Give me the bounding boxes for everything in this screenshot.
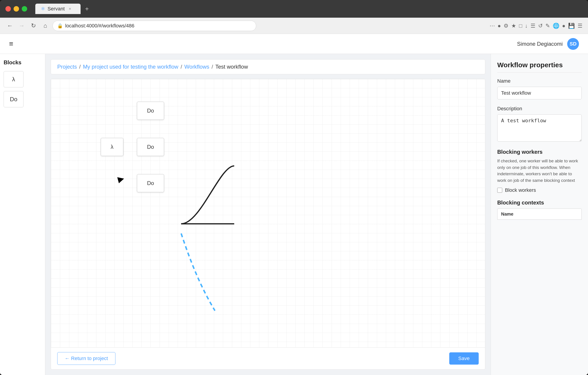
name-field-group: Name [497,78,582,99]
description-label: Description [497,106,582,112]
blocking-workers-desc: If checked, one worker will be able to w… [497,158,582,184]
app-header: ≡ Simone Degiacomi SD [0,34,588,54]
do-block[interactable]: Do [4,91,23,107]
workflow-canvas[interactable]: λ Do Do Do ▶ ← Return to project Save [51,79,485,370]
breadcrumb-sep2: / [181,64,182,70]
sidebar: Blocks λ Do [0,54,45,375]
home-button[interactable]: ⌂ [41,21,50,30]
tab-label: Servant [48,6,65,12]
connection-lambda-do1 [181,166,234,224]
library-icon[interactable]: ☰ [531,23,536,29]
sync-icon[interactable]: ↺ [538,23,543,29]
do-node-2[interactable]: Do [137,138,164,156]
avatar[interactable]: SD [567,38,579,50]
extensions-icon[interactable]: ⋯ [490,23,495,29]
sidebar-toggle-button[interactable]: ≡ [9,40,13,48]
new-tab-button[interactable]: + [82,4,91,13]
description-textarea[interactable] [497,114,582,141]
contexts-table-header: Name [497,209,582,220]
header-right: Simone Degiacomi SD [517,38,579,50]
breadcrumb-projects-link[interactable]: Projects [57,64,77,70]
address-bar[interactable]: 🔒 localhost:4000/#/workflows/486 [52,21,256,31]
name-input[interactable] [497,87,582,99]
lambda-node[interactable]: λ [101,138,123,156]
blocking-contexts-title: Blocking contexts [497,200,582,206]
save-page-icon[interactable]: 💾 [568,23,575,29]
lambda-block[interactable]: λ [4,71,23,87]
canvas-area: Projects / My project used for testing t… [45,54,491,375]
maximize-button[interactable] [22,6,27,11]
description-field-group: Description [497,106,582,142]
properties-panel: Workflow properties Name Description Blo… [491,54,588,375]
translate-icon[interactable]: 🌐 [553,23,559,29]
menu-icon[interactable]: ☰ [578,23,583,29]
connections-svg [51,79,485,370]
forward-button[interactable]: → [17,21,26,30]
breadcrumb-sep1: / [79,64,81,70]
do-node-3[interactable]: Do [137,174,164,192]
app-body: Blocks λ Do Projects / My project used f… [0,54,588,375]
breadcrumb-sep3: / [212,64,213,70]
tab-bar: ⚛ Servant × + [35,4,91,14]
active-tab[interactable]: ⚛ Servant × [35,4,81,14]
traffic-lights [5,6,27,11]
tab-close-button[interactable]: × [69,7,71,11]
security-icon: 🔒 [57,23,63,29]
blocking-workers-group: Blocking workers If checked, one worker … [497,149,582,193]
block-workers-checkbox[interactable] [497,188,502,193]
breadcrumb: Projects / My project used for testing t… [51,59,485,74]
save-button[interactable]: Save [449,352,479,364]
block-workers-label: Block workers [505,187,536,193]
name-label: Name [497,78,582,84]
block-workers-row: Block workers [497,187,582,193]
return-to-project-button[interactable]: ← Return to project [57,352,116,365]
sidebar-title: Blocks [4,59,42,66]
breadcrumb-project-link[interactable]: My project used for testing the workflow [83,64,178,70]
app-content: ≡ Simone Degiacomi SD Blocks λ Do Projec… [0,34,588,375]
nav-bar: ← → ↻ ⌂ 🔒 localhost:4000/#/workflows/486… [0,18,588,34]
edit-icon[interactable]: ✎ [546,23,550,29]
cursor-icon: ▶ [116,173,125,184]
screenshot-icon[interactable]: □ [519,23,522,29]
extensions2-icon[interactable]: ⚙ [504,23,509,29]
contexts-name-header: Name [497,209,581,219]
panel-title: Workflow properties [497,61,582,73]
browser-window: ⚛ Servant × + ← → ↻ ⌂ 🔒 localhost:4000/#… [0,0,588,375]
user-name: Simone Degiacomi [517,41,563,47]
profile-icon[interactable]: ● [562,23,566,29]
blocking-workers-title: Blocking workers [497,149,582,155]
nav-tools: ⋯ ● ⚙ ★ □ ↓ ☰ ↺ ✎ 🌐 ● 💾 ☰ [490,23,583,29]
address-text: localhost:4000/#/workflows/486 [65,23,252,29]
download-icon[interactable]: ↓ [525,23,528,29]
minimize-button[interactable] [14,6,19,11]
pocket-icon[interactable]: ● [498,23,501,29]
breadcrumb-current: Test workflow [215,64,248,70]
tab-favicon: ⚛ [41,6,45,12]
reload-button[interactable]: ↻ [29,21,38,30]
back-button[interactable]: ← [5,21,14,30]
title-bar: ⚛ Servant × + [0,0,588,18]
canvas-bottom-bar: ← Return to project Save [51,347,485,369]
close-button[interactable] [5,6,11,11]
do-node-1[interactable]: Do [137,102,164,120]
blocking-contexts-section: Blocking contexts Name [497,200,582,220]
star-icon[interactable]: ★ [511,23,516,29]
breadcrumb-workflows-link[interactable]: Workflows [184,64,209,70]
connection-lambda-do3-dashed [181,234,215,311]
canvas-inner: λ Do Do Do ▶ [51,79,485,369]
